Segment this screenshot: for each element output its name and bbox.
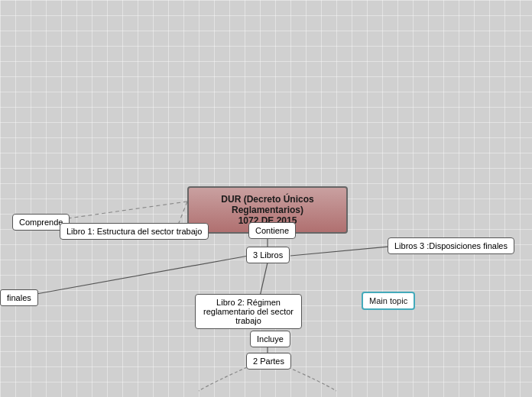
main-node-label: DUR (Decreto Únicos Reglamentarios) 1072… [221,194,313,226]
svg-line-5 [260,263,268,296]
svg-line-6 [15,256,248,298]
incluye-node: Incluye [250,331,290,347]
finales-label: finales [7,293,31,302]
dos-partes-node: 2 Partes [246,353,291,370]
main-topic-node: Main topic [362,292,415,310]
libro2-label: Libro 2: Régimen reglamentario del secto… [203,298,294,325]
svg-line-4 [290,246,397,256]
libro1-label: Libro 1: Estructura del sector trabajo [66,227,202,236]
libro1-node: Libro 1: Estructura del sector trabajo [60,223,209,240]
libros3-disp-label: Libros 3 :Disposiciones finales [394,241,508,250]
dos-partes-label: 2 Partes [253,357,284,366]
finales-node: finales [0,289,38,306]
libro2-node: Libro 2: Régimen reglamentario del secto… [195,294,302,329]
tres-libros-node: 3 Libros [246,247,290,263]
incluye-label: Incluye [257,334,284,344]
contiene-label: Contiene [255,226,289,235]
contiene-node: Contiene [248,222,296,239]
comprende-label: Comprende [19,218,63,227]
tres-libros-label: 3 Libros [253,250,283,260]
main-topic-label: Main topic [369,296,407,305]
libros3-disp-node: Libros 3 :Disposiciones finales [388,237,514,254]
